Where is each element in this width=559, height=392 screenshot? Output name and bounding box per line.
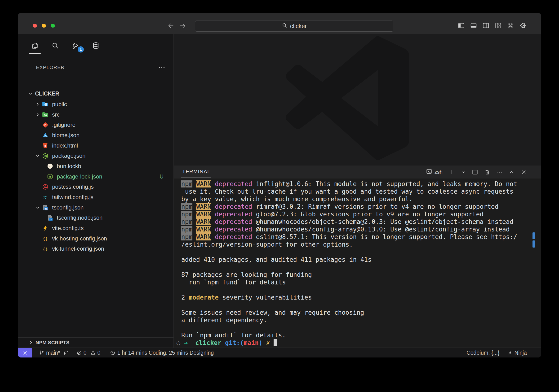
kill-terminal-icon[interactable] [484, 169, 490, 175]
search-view-icon[interactable] [48, 38, 63, 53]
split-terminal-icon[interactable] [472, 169, 478, 175]
close-window-button[interactable] [33, 24, 37, 28]
toggle-secondary-sidebar-icon[interactable] [482, 22, 489, 29]
tree-item-postcss.config.js[interactable]: postcss.config.js [18, 182, 174, 192]
shell-name: zsh [435, 169, 443, 175]
tree-item-vk-hosting-config.json[interactable]: { }vk-hosting-config.json [18, 233, 174, 244]
branch-name: main* [46, 350, 60, 356]
tree-item-vk-tunnel-config.json[interactable]: { }vk-tunnel-config.json [18, 244, 174, 254]
file-label: public [52, 101, 67, 107]
terminal-line: a different dependency. [181, 316, 536, 324]
account-icon[interactable] [507, 22, 514, 29]
tree-item-tailwind.config.js[interactable]: tailwind.config.js [18, 192, 174, 202]
customize-layout-icon[interactable] [495, 22, 502, 29]
maximize-panel-icon[interactable] [509, 169, 514, 175]
tree-item-tsconfig.node.json[interactable]: TStsconfig.node.json [18, 213, 174, 223]
errors-count: 0 [84, 350, 87, 356]
folder-public-icon [42, 101, 48, 107]
chevron-right-icon[interactable] [35, 112, 42, 117]
toggle-primary-sidebar-icon[interactable] [458, 22, 465, 29]
terminal-line: added 410 packages, and audited 411 pack… [181, 256, 536, 263]
chevron-placeholder [35, 122, 42, 128]
terminal-line: 2 moderate severity vulnerabilities [181, 294, 536, 301]
zoom-window-button[interactable] [51, 24, 55, 28]
terminal-line: ○ → clicker git:(main) ✗ [181, 339, 536, 347]
npm-scripts-label: NPM SCRIPTS [36, 340, 70, 345]
new-terminal-icon[interactable] [449, 169, 455, 175]
file-label: .gitignore [52, 122, 75, 128]
chevron-down-icon[interactable] [35, 205, 42, 210]
terminal-line [181, 248, 536, 256]
plug-icon [507, 350, 513, 356]
terminal-line: npm WARN deprecated eslint@8.57.1: This … [181, 233, 536, 241]
chevron-placeholder [35, 184, 42, 190]
file-tree: CLICKER publicsrc.gitignorebiome.json5in… [18, 88, 174, 254]
more-actions-icon[interactable] [496, 169, 503, 175]
folder-src-icon [42, 111, 48, 118]
ts-icon: TS [42, 204, 48, 211]
remote-indicator[interactable] [18, 348, 32, 357]
tree-item-tsconfig.json[interactable]: TStsconfig.json [18, 202, 174, 213]
explorer-view-icon[interactable] [28, 38, 42, 53]
sync-icon [63, 350, 69, 356]
source-control-view-icon[interactable]: 1 [68, 38, 83, 53]
terminal-icon [426, 168, 432, 176]
git-branch-status[interactable]: main* [39, 350, 69, 356]
problems-status[interactable]: 0 0 [76, 350, 101, 356]
file-label: vk-hosting-config.json [52, 235, 107, 242]
tree-item-index.html[interactable]: 5index.html [18, 141, 174, 151]
file-label: tsconfig.json [52, 204, 84, 211]
chevron-down-icon[interactable] [35, 153, 42, 159]
search-icon [282, 22, 288, 30]
ninja-status[interactable]: Ninja [507, 350, 527, 356]
navigate-forward-icon[interactable] [179, 22, 186, 30]
errors-icon [76, 350, 82, 356]
editor-area [174, 34, 541, 166]
terminal-line [181, 324, 536, 331]
close-panel-icon[interactable] [521, 169, 527, 175]
window-controls [33, 24, 55, 28]
command-center-search[interactable]: clicker [195, 21, 393, 32]
scrollbar-decoration[interactable] [532, 241, 535, 248]
tree-item-public[interactable]: public [18, 99, 174, 109]
tree-item-package-lock.json[interactable]: JSpackage-lock.jsonU [18, 171, 174, 182]
file-label: postcss.config.js [52, 183, 94, 190]
tree-root-folder[interactable]: CLICKER [18, 88, 174, 99]
toggle-panel-icon[interactable] [470, 22, 477, 29]
minimize-window-button[interactable] [42, 24, 46, 28]
terminal-line: 87 packages are looking for funding [181, 271, 536, 278]
terminal-shell-selector[interactable]: zsh [426, 168, 443, 176]
settings-gear-icon[interactable] [519, 22, 526, 29]
chevron-right-icon[interactable] [35, 101, 42, 107]
scm-changes-badge: 1 [78, 46, 84, 53]
terminal-tab[interactable]: TERMINAL [181, 166, 211, 178]
search-value: clicker [290, 23, 307, 30]
terminal-line: by a key value, which is much more compr… [181, 195, 536, 203]
terminal-line [181, 286, 536, 294]
codeium-status[interactable]: Codeium: {...} [466, 350, 499, 356]
database-view-icon[interactable] [89, 38, 103, 53]
terminal-line: use it. Check out lru-cache if you want … [181, 188, 536, 195]
terminal-output[interactable]: npm WARN deprecated inflight@1.0.6: This… [181, 180, 536, 347]
npm-scripts-section[interactable]: NPM SCRIPTS [18, 337, 174, 347]
git-branch-icon [39, 350, 45, 356]
terminal-line: npm WARN deprecated @humanwhocodes/confi… [181, 226, 536, 233]
tree-item-bun.lockb[interactable]: bun.lockb [18, 161, 174, 171]
scrollbar-decoration[interactable] [532, 232, 535, 239]
launch-profile-chevron-icon[interactable] [461, 170, 466, 175]
tree-item-biome.json[interactable]: biome.json [18, 130, 174, 141]
sidebar: 1 EXPLORER CLICKER publicsrc.gitignorebi… [18, 34, 174, 347]
tree-item-vite.config.ts[interactable]: vite.config.ts [18, 223, 174, 233]
chevron-placeholder [35, 246, 42, 251]
postcss-icon [42, 184, 48, 190]
navigate-back-icon[interactable] [167, 22, 175, 30]
npm-icon: JS [47, 173, 53, 180]
views-and-more-actions-icon[interactable] [158, 65, 165, 71]
chevron-placeholder [35, 236, 42, 241]
tree-item-package.json[interactable]: JSpackage.json [18, 151, 174, 161]
time-tracking-status[interactable]: 1 hr 14 mins Coding, 25 mins Designing [110, 350, 214, 356]
file-label: biome.json [52, 132, 80, 139]
tree-item-.gitignore[interactable]: .gitignore [18, 120, 174, 130]
tree-item-src[interactable]: src [18, 109, 174, 120]
chevron-placeholder [35, 132, 42, 138]
